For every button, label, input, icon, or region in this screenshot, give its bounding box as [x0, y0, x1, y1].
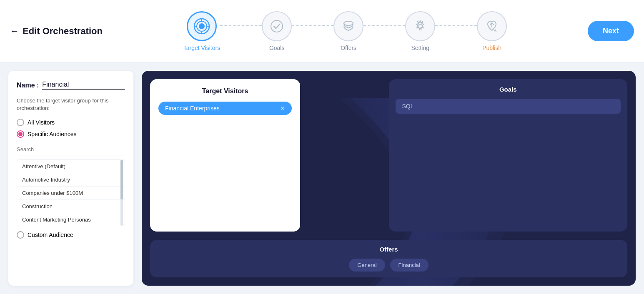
list-item-label: Construction — [22, 203, 53, 209]
choose-text: Choose the target visitor group for this… — [17, 97, 125, 112]
svg-point-2 — [199, 24, 204, 29]
offer-tag-financial: Financial — [390, 259, 428, 272]
custom-audience-label: Custom Audience — [28, 232, 73, 238]
radio-circle-all — [17, 119, 24, 126]
list-item-label: Companies under $100M — [22, 190, 83, 196]
offers-title: Offers — [158, 246, 619, 253]
goals-sql-item: SQL — [396, 99, 621, 114]
name-label: Name : — [17, 82, 39, 89]
radio-group: All Visitors Specific Audiences — [17, 119, 125, 138]
step-icon-offers — [333, 11, 363, 41]
step-icon-publish — [477, 11, 507, 41]
connector-4 — [435, 25, 477, 26]
radio-circle-specific — [17, 130, 24, 138]
page-title: Edit Orchestration — [23, 26, 103, 37]
target-visitors-tag: Financial Enterprises ✕ — [158, 102, 292, 115]
radio-specific-audiences[interactable]: Specific Audiences — [17, 130, 125, 138]
goals-title: Goals — [396, 86, 621, 93]
left-panel: Name : Financial Choose the target visit… — [8, 71, 133, 286]
svg-point-7 — [271, 20, 283, 32]
svg-point-8 — [344, 21, 353, 25]
step-setting[interactable]: Setting — [405, 11, 435, 51]
radio-label-specific: Specific Audiences — [28, 131, 77, 137]
canvas: Target Visitors Financial Enterprises ✕ … — [142, 71, 636, 286]
step-goals[interactable]: Goals — [262, 11, 292, 51]
remove-tag-button[interactable]: ✕ — [280, 105, 285, 112]
connector-3 — [363, 25, 405, 26]
step-label-goals: Goals — [269, 45, 285, 51]
main-content: Name : Financial Choose the target visit… — [0, 62, 644, 294]
offer-tag-general: General — [349, 259, 385, 272]
step-icon-target-visitors — [187, 11, 217, 41]
list-item-label: Content Marketing Personas — [22, 217, 91, 223]
list-item[interactable]: Automotive Industry — [17, 173, 125, 187]
radio-all-visitors[interactable]: All Visitors — [17, 119, 125, 126]
name-row: Name : Financial — [17, 81, 125, 90]
step-icon-goals — [262, 11, 292, 41]
list-item-label: Automotive Industry — [22, 177, 70, 183]
back-link[interactable]: ← Edit Orchestration — [10, 26, 103, 37]
stepper: Target Visitors Goals Off — [103, 11, 588, 51]
next-button[interactable]: Next — [588, 21, 634, 41]
list-item[interactable]: Attentive (Default) — [17, 160, 125, 173]
step-label-setting: Setting — [411, 45, 429, 51]
target-visitors-tag-label: Financial Enterprises — [165, 105, 220, 112]
step-label-offers: Offers — [341, 45, 356, 51]
goals-panel: Goals SQL — [389, 79, 628, 232]
step-label-publish: Publish — [482, 45, 501, 51]
radio-label-all: All Visitors — [28, 119, 55, 126]
back-arrow-icon: ← — [10, 26, 19, 37]
connector-1 — [220, 25, 262, 26]
offers-section: Offers General Financial — [150, 240, 627, 277]
audience-list: Attentive (Default) Automotive Industry … — [17, 159, 125, 226]
search-input[interactable] — [17, 144, 125, 155]
step-publish[interactable]: Publish — [477, 11, 507, 51]
list-item-label: Attentive (Default) — [22, 163, 65, 169]
name-value: Financial — [42, 81, 125, 90]
offers-tags: General Financial — [158, 259, 619, 272]
step-offers[interactable]: Offers — [333, 11, 363, 51]
list-item[interactable]: Companies under $100M — [17, 187, 125, 200]
custom-audience-row[interactable]: Custom Audience — [17, 231, 125, 239]
scrollbar-thumb — [120, 160, 123, 199]
step-label-target-visitors: Target Visitors — [183, 45, 220, 51]
target-visitors-title: Target Visitors — [158, 87, 292, 95]
connector-2 — [292, 25, 333, 26]
scrollbar-track — [120, 160, 123, 226]
step-target-visitors[interactable]: Target Visitors — [183, 11, 220, 51]
list-item[interactable]: Content Marketing Personas — [17, 213, 125, 226]
list-item[interactable]: Construction — [17, 200, 125, 213]
radio-circle-custom — [17, 231, 24, 239]
target-visitors-card: Target Visitors Financial Enterprises ✕ — [150, 79, 300, 232]
header: ← Edit Orchestration Target Visitors — [0, 0, 644, 62]
step-icon-setting — [405, 11, 435, 41]
